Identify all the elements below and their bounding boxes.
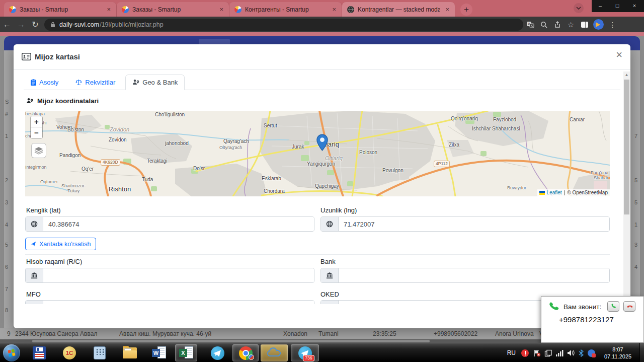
leaflet-map[interactable]: beshkapaqboshiVohemBo'stonZovidonZovidon…	[25, 111, 610, 196]
show-on-map-button[interactable]: Xaritada ko'rsatish	[25, 238, 96, 250]
taskbar-1c-app[interactable]: 1С	[59, 344, 79, 361]
map-label: Teraktagi	[147, 158, 168, 164]
tab-close-icon[interactable]: ×	[105, 6, 112, 13]
modal-scrollbar-thumb[interactable]	[624, 80, 629, 214]
tray-time: 8:07	[599, 346, 637, 353]
road-badge: 4K920D	[101, 159, 120, 166]
taskbar-clock[interactable]: 8:07 07.11.2025	[599, 346, 637, 360]
map-label: Fayziobod	[493, 117, 516, 122]
share-icon[interactable]	[550, 19, 564, 31]
row-number: 6	[5, 264, 8, 270]
tab-search-chevron-icon[interactable]	[574, 3, 584, 13]
map-label: Zovidon	[109, 137, 127, 142]
browser-tab[interactable]: Контрагенты - Smartup ×	[229, 2, 342, 17]
network-signal-icon[interactable]	[555, 349, 564, 357]
back-button[interactable]: ←	[0, 20, 14, 29]
bank-input[interactable]	[339, 268, 609, 282]
url-field[interactable]: daily-suvi.com /19l/public/mijozlar.php	[44, 19, 523, 31]
taskbar-telegram-app[interactable]	[207, 344, 227, 361]
translate-icon[interactable]: A	[523, 19, 537, 31]
tab-close-icon[interactable]: ×	[218, 6, 225, 13]
mfo-input[interactable]	[43, 301, 314, 304]
page-hscrollbar-thumb[interactable]	[32, 340, 430, 342]
modal-close-icon[interactable]: ×	[616, 49, 622, 60]
browser-tab[interactable]: Заказы - Smartup ×	[4, 2, 117, 17]
map-user-icon	[132, 79, 139, 86]
row-number: 1	[5, 133, 8, 139]
profile-avatar[interactable]	[593, 19, 604, 30]
tab-close-icon[interactable]: ×	[331, 6, 338, 13]
maximize-button[interactable]: □	[609, 0, 626, 12]
forward-button[interactable]: →	[14, 20, 28, 29]
map-label: Zilxa	[449, 142, 459, 148]
zoom-out-button[interactable]: −	[31, 127, 42, 138]
row-number: #	[5, 111, 8, 117]
minimize-button[interactable]: –	[592, 0, 609, 12]
osm-link[interactable]: © OpenStreetMap	[567, 190, 608, 195]
lng-input[interactable]	[339, 217, 609, 231]
taskbar-chrome-app[interactable]	[232, 344, 259, 361]
language-indicator[interactable]: RU	[507, 349, 516, 356]
taskbar-word-app[interactable]: W	[149, 344, 169, 361]
row-number: 3	[5, 199, 8, 205]
side-panel-icon[interactable]	[578, 19, 591, 31]
map-label: Pandigon	[59, 153, 80, 158]
clipboard-tray-icon[interactable]	[544, 349, 552, 357]
taskbar-excel-app[interactable]: X	[175, 344, 197, 361]
taskbar-floppy-app[interactable]	[29, 344, 49, 361]
bank-icon	[321, 268, 339, 282]
taskbar-telegram2-app[interactable]: 736	[291, 344, 319, 361]
tab-rekvizitlar[interactable]: Rekvizitlar	[68, 75, 122, 90]
reload-button[interactable]: ↻	[28, 20, 42, 29]
taskbar-calculator-app[interactable]	[90, 344, 110, 361]
map-layers-button[interactable]	[31, 143, 46, 158]
bookmark-star-icon[interactable]: ☆	[564, 19, 578, 31]
modal-scrollbar[interactable]: ▲ ▼	[623, 71, 630, 327]
browser-tab[interactable]: Kontragentlar — stacked modal ( ×	[342, 2, 455, 17]
map-label: Shahar	[594, 175, 608, 180]
close-window-button[interactable]: ×	[626, 0, 643, 12]
volume-icon[interactable]	[567, 349, 575, 357]
lat-input[interactable]	[43, 217, 314, 231]
account-input[interactable]	[43, 268, 314, 282]
new-tab-button[interactable]: +	[460, 4, 472, 16]
map-label: Do'sr	[193, 166, 205, 171]
answer-call-button[interactable]	[607, 301, 619, 312]
mfo-field-group	[25, 300, 314, 304]
browser-menu-icon[interactable]: ⋮	[606, 19, 619, 31]
account-label: Hisob raqami (R/C)	[26, 258, 82, 265]
clipboard-icon	[31, 79, 36, 86]
start-button[interactable]	[3, 344, 20, 361]
zoom-in-button[interactable]: +	[31, 116, 42, 127]
show-desktop-button[interactable]	[639, 343, 644, 362]
taskbar: 1С W X 736	[0, 343, 644, 362]
zoom-icon[interactable]	[537, 19, 550, 31]
scroll-up-icon[interactable]: ▲	[623, 71, 630, 78]
warning-tray-icon[interactable]	[521, 349, 529, 357]
tab-favicon-icon	[347, 6, 354, 13]
tab-asosiy[interactable]: Asosiy	[24, 75, 65, 90]
map-label: Tukay	[67, 188, 79, 193]
map-label: Jurak	[292, 144, 304, 150]
decline-call-button[interactable]	[623, 301, 635, 312]
tab-close-icon[interactable]: ×	[444, 6, 451, 13]
tab-favicon-icon	[9, 6, 16, 13]
row-number: 8	[5, 307, 8, 313]
taskbar-cloud-app[interactable]	[261, 344, 288, 361]
form-divider	[25, 254, 610, 255]
tab-geo-bank[interactable]: Geo & Bank	[125, 75, 185, 90]
taskbar-explorer-app[interactable]	[120, 344, 140, 361]
leaflet-link[interactable]: Leaflet	[547, 190, 562, 195]
phone-icon	[547, 301, 560, 316]
action-center-flag-icon[interactable]	[532, 349, 541, 357]
id-card-icon	[22, 53, 31, 62]
map-marker-pin[interactable]	[316, 134, 328, 153]
app-tray-icon[interactable]	[587, 349, 596, 357]
screen: Заказы - Smartup × Заказы - Smartup × Ко…	[0, 0, 644, 362]
tab-title: Заказы - Smartup	[132, 6, 214, 13]
browser-tab[interactable]: Заказы - Smartup ×	[117, 2, 229, 17]
bluetooth-icon[interactable]	[577, 349, 585, 357]
map-label: Oq'er	[82, 166, 94, 172]
page-left-edge	[4, 50, 14, 339]
map-label: Oqtomer	[40, 179, 58, 184]
